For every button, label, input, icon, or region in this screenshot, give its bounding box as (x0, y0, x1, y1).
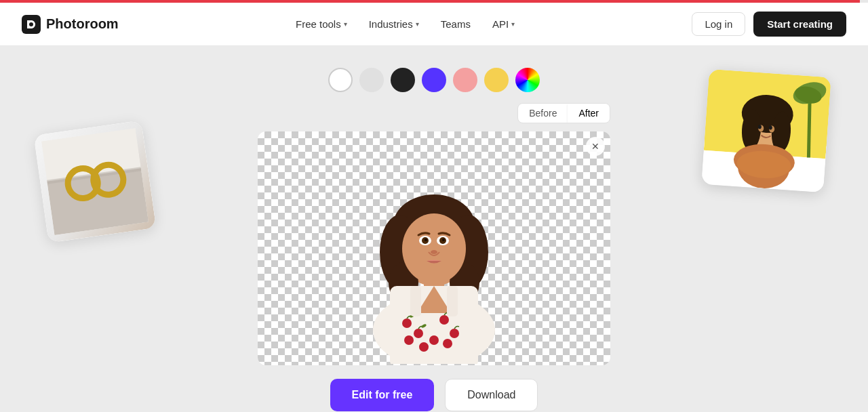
svg-point-30 (402, 213, 466, 284)
deco-jewelry-card (34, 121, 157, 243)
svg-rect-52 (447, 286, 458, 316)
deco-woman-card (701, 69, 831, 192)
logo-icon (22, 15, 41, 34)
swatch-white[interactable] (328, 68, 353, 92)
chevron-down-icon: ▾ (511, 20, 515, 28)
download-button[interactable]: Download (445, 379, 538, 411)
svg-point-42 (414, 329, 423, 338)
main-content: Before After ✕ (0, 46, 868, 412)
swatch-black[interactable] (391, 68, 415, 92)
image-card: ✕ (258, 131, 610, 365)
svg-point-37 (431, 250, 437, 254)
logo[interactable]: Photoroom (22, 15, 119, 34)
nav-item-free-tools[interactable]: Free tools ▾ (286, 13, 357, 35)
edit-for-free-button[interactable]: Edit for free (330, 379, 435, 411)
start-creating-button[interactable]: Start creating (753, 12, 846, 37)
svg-rect-51 (410, 286, 421, 316)
svg-point-1 (29, 22, 33, 26)
nav-item-industries[interactable]: Industries ▾ (359, 13, 429, 35)
swatch-yellow[interactable] (484, 68, 509, 92)
center-content: Before After ✕ (258, 103, 610, 365)
chevron-down-icon: ▾ (416, 20, 419, 28)
nav-item-api[interactable]: API ▾ (483, 13, 524, 35)
swatch-multicolor[interactable] (515, 68, 540, 92)
color-swatch-row (328, 68, 540, 92)
main-nav: Free tools ▾ Industries ▾ Teams API ▾ (286, 13, 524, 35)
jewelry-image (34, 121, 157, 243)
close-button[interactable]: ✕ (586, 137, 605, 156)
nav-item-teams[interactable]: Teams (431, 13, 480, 35)
svg-point-44 (419, 342, 429, 352)
person-image (309, 133, 559, 364)
swatch-light-gray[interactable] (359, 68, 384, 92)
logo-text: Photoroom (46, 16, 119, 32)
chevron-down-icon: ▾ (344, 20, 347, 28)
woman-image (701, 69, 831, 192)
svg-point-46 (450, 329, 459, 338)
cta-buttons: Edit for free Download (330, 379, 538, 411)
svg-point-36 (442, 239, 445, 241)
woman-art-svg (701, 69, 831, 192)
svg-point-43 (404, 335, 414, 345)
login-button[interactable]: Log in (692, 12, 745, 36)
before-button[interactable]: Before (518, 104, 568, 123)
header-actions: Log in Start creating (692, 12, 846, 37)
before-after-toggle: Before After (517, 103, 610, 123)
jewelry-art-svg (41, 128, 149, 235)
svg-point-45 (439, 315, 449, 325)
svg-point-35 (425, 239, 427, 241)
after-button[interactable]: After (568, 104, 610, 123)
svg-point-48 (429, 335, 439, 345)
swatch-pink[interactable] (453, 68, 477, 92)
svg-point-47 (443, 339, 452, 348)
swatch-purple[interactable] (422, 68, 446, 92)
site-header: Photoroom Free tools ▾ Industries ▾ Team… (0, 3, 868, 46)
svg-point-41 (402, 318, 412, 328)
